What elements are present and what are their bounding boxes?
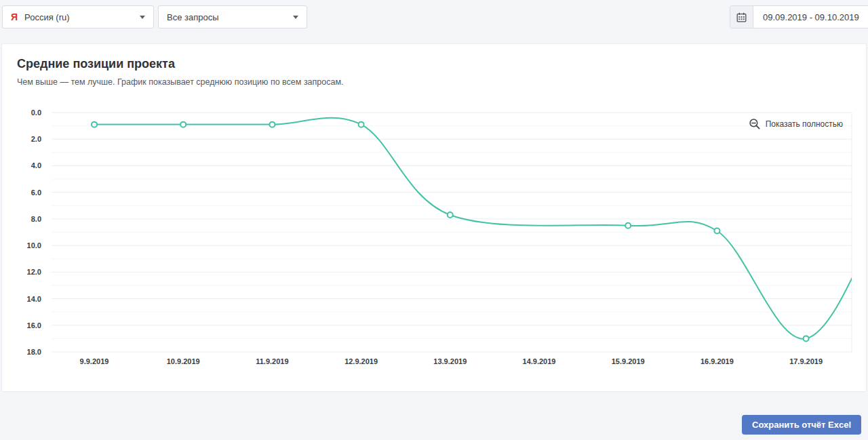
x-axis-label: 14.9.2019: [523, 357, 556, 365]
data-point-marker[interactable]: [714, 228, 719, 234]
average-positions-card: Средние позиции проекта Чем выше — тем л…: [1, 43, 867, 392]
calendar-button[interactable]: [730, 6, 753, 28]
average-position-line: [94, 118, 867, 339]
query-group-select-label: Все запросы: [167, 12, 219, 22]
x-axis-label: 9.9.2019: [80, 357, 109, 365]
data-point-marker[interactable]: [804, 336, 809, 341]
data-point-marker[interactable]: [359, 122, 364, 127]
chevron-down-icon: [140, 16, 145, 19]
show-full-button[interactable]: Показать полностью: [749, 118, 843, 130]
data-point-marker[interactable]: [269, 122, 275, 127]
y-axis-label: 0.0: [31, 108, 41, 117]
data-point-marker[interactable]: [180, 122, 186, 127]
y-axis-label: 2.0: [31, 135, 41, 143]
y-axis-label: 18.0: [27, 348, 41, 356]
data-point-marker[interactable]: [625, 223, 631, 228]
query-group-select[interactable]: Все запросы: [158, 5, 307, 28]
date-range-picker: [730, 5, 868, 28]
y-axis-label: 14.0: [27, 295, 41, 303]
y-axis-label: 16.0: [27, 321, 41, 329]
x-axis-label: 12.9.2019: [344, 357, 378, 365]
show-full-label: Показать полностью: [766, 119, 843, 129]
search-engine-select[interactable]: Я Россия (ru): [2, 5, 154, 28]
x-axis-label: 15.9.2019: [612, 357, 645, 365]
chevron-down-icon: [293, 16, 298, 19]
y-axis-label: 10.0: [27, 241, 41, 249]
x-axis-label: 13.9.2019: [433, 357, 467, 365]
x-axis-label: 11.9.2019: [256, 357, 288, 365]
data-point-marker[interactable]: [448, 212, 453, 218]
date-range-input[interactable]: [753, 6, 868, 28]
calendar-icon: [736, 12, 747, 22]
y-axis-label: 4.0: [31, 161, 41, 169]
x-axis-label: 17.9.2019: [789, 357, 823, 365]
search-engine-select-label: Россия (ru): [24, 12, 69, 22]
y-axis-label: 6.0: [31, 188, 41, 197]
x-axis-label: 10.9.2019: [167, 357, 200, 365]
data-point-marker[interactable]: [92, 122, 97, 127]
save-excel-button[interactable]: Сохранить отчёт Excel: [742, 415, 861, 435]
yandex-icon: Я: [11, 12, 18, 22]
zoom-out-icon: [749, 118, 761, 130]
y-axis-label: 12.0: [27, 268, 41, 276]
y-axis-label: 8.0: [31, 215, 41, 223]
positions-chart[interactable]: 0.02.04.06.08.010.012.014.016.018.09.9.2…: [2, 44, 867, 393]
x-axis-label: 16.9.2019: [701, 357, 734, 365]
